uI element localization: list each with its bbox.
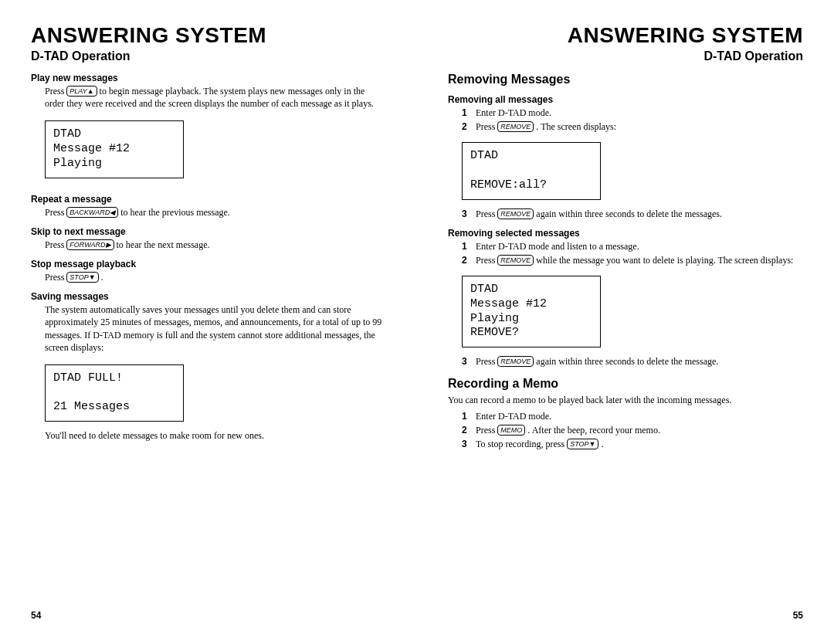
page-subtitle: D-TAD Operation [31,49,386,63]
list-removing-sel-cont: Press REMOVE again within three seconds … [448,355,803,368]
keycap-remove: REMOVE [497,208,534,219]
text: to hear the next message. [114,239,210,250]
heading-play-new: Play new messages [31,73,386,83]
page-subtitle: D-TAD Operation [448,49,803,63]
lcd-display: DTAD REMOVE:all? [462,142,601,199]
list-recmemo: Enter D-TAD mode. Press MEMO . After the… [448,410,803,451]
heading-stop: Stop message playback [31,259,386,269]
list-removing-all: Enter D-TAD mode. Press REMOVE . The scr… [448,107,803,133]
page-number: 55 [793,610,803,621]
heading-skip: Skip to next message [31,226,386,237]
text: Press [476,356,497,367]
list-removing-sel: Enter D-TAD mode and listen to a message… [448,240,803,266]
keycap-stop: STOP▼ [66,272,98,283]
list-item: Press REMOVE again within three seconds … [462,355,803,368]
list-item: Enter D-TAD mode. [462,410,803,422]
keycap-forward: FORWARD▶ [66,239,114,250]
subheading-removing-all: Removing all messages [448,94,803,105]
text: Press [476,255,497,266]
text: . The screen displays: [534,121,616,132]
keycap-remove: REMOVE [497,356,534,367]
keycap-stop: STOP▼ [567,439,598,449]
page-number: 54 [31,610,41,621]
heading-repeat: Repeat a message [31,194,386,205]
text: To stop recording, press [476,439,567,449]
text: Press [45,86,66,97]
paragraph: Press FORWARD▶ to hear the next message. [31,239,386,251]
heading-removing: Removing Messages [448,73,803,86]
text: . [99,272,103,283]
paragraph: Press PLAY▲ to begin message playback. T… [31,85,386,110]
text: Press [476,425,497,436]
text: . [598,439,603,449]
keycap-remove: REMOVE [497,255,534,266]
list-removing-all-cont: Press REMOVE again within three seconds … [448,208,803,220]
keycap-remove: REMOVE [497,121,534,132]
heading-saving: Saving messages [31,291,386,302]
keycap-memo: MEMO [497,425,525,436]
text: Press [476,208,497,219]
text: Press [45,207,66,218]
heading-recmemo: Recording a Memo [448,377,803,391]
list-item: Enter D-TAD mode. [462,107,803,119]
lcd-display: DTAD Message #12 Playing REMOVE? [462,276,601,347]
text: Press [476,121,497,132]
lcd-display: DTAD Message #12 Playing [45,120,184,178]
keycap-backward: BACKWARD◀ [66,207,118,218]
paragraph: The system automatically saves your mess… [31,303,386,354]
keycap-play: PLAY▲ [66,86,97,97]
text: while the message you want to delete is … [534,255,793,266]
list-item: Press REMOVE . The screen displays: [462,120,803,133]
page-title: ANSWERING SYSTEM [448,23,803,48]
subheading-removing-sel: Removing selected messages [448,228,803,239]
page-left: ANSWERING SYSTEM D-TAD Operation Play ne… [0,23,417,621]
paragraph: Press BACKWARD◀ to hear the previous mes… [31,206,386,219]
list-item: To stop recording, press STOP▼ . [462,438,803,450]
list-item: Press REMOVE while the message you want … [462,254,803,266]
page-title: ANSWERING SYSTEM [31,23,386,48]
paragraph: Press STOP▼ . [31,271,386,283]
page-right: ANSWERING SYSTEM D-TAD Operation Removin… [417,23,834,621]
text: Press [45,272,66,283]
text: Press [45,239,66,250]
text: . After the beep, record your memo. [525,425,660,436]
list-item: Enter D-TAD mode and listen to a message… [462,240,803,253]
paragraph: You'll need to delete messages to make r… [31,429,386,442]
text: again within three seconds to delete the… [534,208,722,219]
text: to hear the previous message. [118,207,230,218]
lcd-display: DTAD FULL! 21 Messages [45,364,184,422]
list-item: Press REMOVE again within three seconds … [462,208,803,220]
paragraph: You can record a memo to be played back … [448,394,803,406]
list-item: Press MEMO . After the beep, record your… [462,424,803,436]
text: again within three seconds to delete the… [534,356,718,367]
